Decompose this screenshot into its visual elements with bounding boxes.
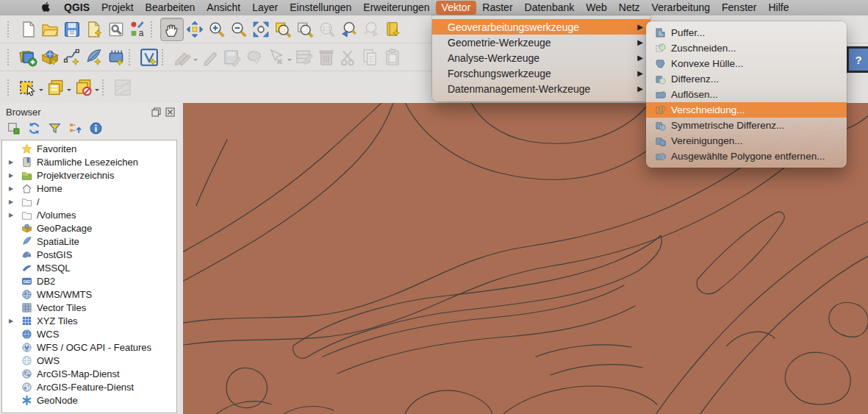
pan-map-button[interactable]: [160, 18, 184, 41]
new-project-button[interactable]: [17, 18, 39, 40]
browser-item-projektverzeichnis[interactable]: ▶Projektverzeichnis: [2, 168, 176, 182]
browser-item-spatialite[interactable]: SpatiaLite: [2, 235, 176, 248]
save-project-button[interactable]: [61, 18, 83, 40]
browser-item-mssql[interactable]: MSSQL: [2, 261, 176, 274]
expand-arrow-icon[interactable]: ▶: [7, 159, 21, 165]
menubar-item-qgis[interactable]: QGIS: [58, 1, 96, 15]
browser-item-root[interactable]: ▶/: [2, 195, 176, 208]
zoom-native-button[interactable]: 1:1: [316, 18, 338, 40]
menubar-item-datenbank[interactable]: Datenbank: [519, 1, 581, 15]
help-button[interactable]: ?: [847, 46, 868, 73]
zoom-out-button[interactable]: [228, 18, 250, 40]
toolbar-grip[interactable]: [7, 21, 13, 38]
toolbar-grip[interactable]: [102, 79, 108, 96]
zoom-next-button[interactable]: [360, 18, 382, 40]
toolbar-grip[interactable]: [129, 49, 134, 65]
submenu-item-puffer[interactable]: Puffer...: [646, 25, 847, 40]
refresh-button[interactable]: [27, 121, 41, 138]
menu-item-datenmanagement-werkzeuge[interactable]: Datenmanagement-Werkzeuge▶: [432, 81, 650, 96]
submenu-item-differenz[interactable]: Differenz...: [646, 71, 847, 87]
save-layer-edits-button[interactable]: [221, 46, 243, 68]
menubar-item-hilfe[interactable]: Hilfe: [762, 1, 795, 15]
menubar-item-projekt[interactable]: Projekt: [96, 1, 140, 15]
browser-item-wfs[interactable]: WFS / OGC API - Features: [2, 340, 176, 354]
toolbar-grip[interactable]: [151, 21, 157, 38]
new-bookmark-button[interactable]: [382, 18, 404, 40]
browser-item-arcgis-map[interactable]: ArcGIS-Map-Dienst: [2, 367, 176, 380]
browser-item-wms[interactable]: WMS/WMTS: [2, 288, 176, 301]
toolbar-grip[interactable]: [7, 49, 13, 65]
vertex-tool-button[interactable]: [265, 46, 287, 68]
add-virtual-layer-button[interactable]: [138, 46, 160, 68]
browser-item-db2[interactable]: DB2DB2: [2, 274, 176, 288]
browser-item-home[interactable]: ▶Home: [2, 182, 176, 195]
dropdown-caret-icon[interactable]: [287, 59, 292, 63]
dropdown-caret-icon[interactable]: [67, 89, 71, 93]
menu-item-geometrie-werkzeuge[interactable]: Geometrie-Werkzeuge▶: [432, 35, 650, 50]
copy-features-button[interactable]: [359, 46, 381, 68]
menubar-item-bearbeiten[interactable]: Bearbeiten: [140, 1, 201, 15]
zoom-full-button[interactable]: [250, 18, 272, 40]
zoom-to-layer-button[interactable]: [294, 18, 316, 40]
submenu-item-verschneidung[interactable]: Verschneidung...: [646, 102, 847, 118]
menubar-item-fenster[interactable]: Fenster: [716, 1, 762, 15]
menubar-item-verarbeitung[interactable]: Verarbeitung: [646, 1, 716, 15]
properties-button[interactable]: [89, 121, 103, 138]
expand-arrow-icon[interactable]: ▶: [7, 185, 21, 192]
pan-to-selection-button[interactable]: [184, 18, 206, 40]
browser-item-wcs[interactable]: WCS: [2, 327, 176, 340]
dropdown-caret-icon[interactable]: [39, 89, 43, 93]
dropdown-caret-icon[interactable]: [95, 89, 99, 93]
zoom-in-button[interactable]: [206, 18, 228, 40]
toolbar-grip[interactable]: [162, 49, 168, 65]
browser-item-xyz-tiles[interactable]: ▶XYZ Tiles: [2, 314, 176, 327]
browser-item-postgis[interactable]: PostGIS: [2, 248, 176, 261]
add-mssql-layer-button[interactable]: [105, 46, 127, 68]
browser-item-vector-tiles[interactable]: Vector Tiles: [2, 301, 176, 314]
map-tips-button[interactable]: [112, 76, 134, 99]
browser-item-ows[interactable]: OWS: [2, 354, 176, 367]
menubar-item-einstellungen[interactable]: Einstellungen: [284, 1, 357, 15]
browser-item-arcgis-feature[interactable]: ArcGIS-Feature-Dienst: [2, 380, 176, 393]
menubar-item-netz[interactable]: Netz: [613, 1, 646, 15]
browser-item-geonode[interactable]: GeoNode: [2, 393, 176, 407]
close-panel-button[interactable]: [165, 107, 176, 118]
menu-item-forschungswerkzeuge[interactable]: Forschungswerkzeuge▶: [432, 65, 650, 81]
submenu-item-symmetrische-differenz[interactable]: Symmetrische Differenz...: [646, 118, 847, 133]
dropdown-caret-icon[interactable]: [193, 59, 198, 63]
browser-item-favoriten[interactable]: Favoriten: [2, 142, 176, 155]
browser-item-volumes[interactable]: ▶/Volumes: [2, 208, 176, 221]
modify-attributes-button[interactable]: [293, 46, 315, 68]
add-feature-button[interactable]: [243, 46, 265, 68]
select-features-button[interactable]: [17, 76, 39, 99]
submenu-item-konvexe-huelle[interactable]: Konvexe Hülle...: [646, 56, 847, 71]
browser-item-geopackage[interactable]: GeoPackage: [2, 221, 176, 235]
menubar-item-web[interactable]: Web: [580, 1, 613, 15]
toggle-editing-button[interactable]: [199, 46, 221, 68]
submenu-item-aufloesen[interactable]: Auflösen...: [646, 87, 847, 102]
menubar-item-vektor[interactable]: Vektor: [436, 1, 477, 15]
menu-item-geoverarbeitungswerkzeuge[interactable]: Geoverarbeitungswerkzeuge▶: [432, 19, 650, 35]
collapse-all-button[interactable]: [68, 121, 82, 138]
expand-arrow-icon[interactable]: ▶: [7, 199, 21, 205]
add-selected-layers-button[interactable]: [7, 121, 21, 138]
select-features-by-value-button[interactable]: [45, 76, 67, 99]
submenu-item-zuschneiden[interactable]: Zuschneiden...: [646, 40, 847, 56]
paste-features-button[interactable]: [381, 46, 403, 68]
apple-icon[interactable]: [35, 1, 58, 15]
zoom-to-selection-button[interactable]: [272, 18, 294, 40]
add-spatialite-layer-button[interactable]: [83, 46, 105, 68]
data-source-manager-button[interactable]: [17, 46, 39, 68]
toolbar-grip[interactable]: [7, 79, 13, 96]
float-panel-button[interactable]: [151, 107, 162, 118]
menu-item-analyse-werkzeuge[interactable]: Analyse-Werkzeuge▶: [432, 50, 650, 65]
browser-item-lesezeichen[interactable]: ▶Räumliche Lesezeichen: [2, 155, 176, 168]
menubar-item-erweiterungen[interactable]: Erweiterungen: [357, 1, 435, 15]
open-project-button[interactable]: [39, 18, 61, 40]
deselect-features-button[interactable]: [73, 76, 95, 99]
cut-features-button[interactable]: [337, 46, 359, 68]
submenu-item-vereinigungen[interactable]: Vereinigungen...: [646, 133, 847, 149]
layout-manager-button[interactable]: [105, 18, 127, 40]
menubar-item-ansicht[interactable]: Ansicht: [201, 1, 246, 15]
style-manager-button[interactable]: a: [127, 18, 149, 40]
